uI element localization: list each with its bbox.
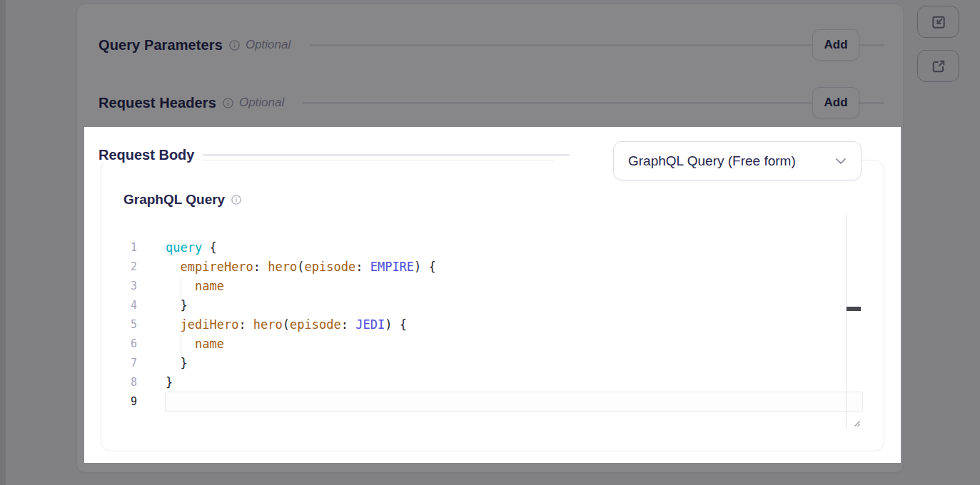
- line-number: 5: [114, 315, 137, 335]
- line-number: 2: [114, 257, 137, 277]
- info-icon[interactable]: [223, 98, 233, 108]
- external-link-icon: [931, 58, 946, 74]
- resource-settings-card: Query Parameters Optional Add Request He…: [76, 4, 904, 473]
- code-line-text: }: [166, 373, 173, 392]
- chevron-down-icon: [835, 158, 847, 165]
- code-line[interactable]: 9: [101, 392, 884, 412]
- line-number: 6: [114, 335, 137, 354]
- code-line[interactable]: 6 name: [101, 335, 884, 354]
- request-body-header: Request Body: [98, 147, 570, 163]
- request-body-type-value: GraphQL Query (Free form): [628, 153, 835, 169]
- info-icon[interactable]: [231, 195, 241, 205]
- graphql-query-label: GraphQL Query: [123, 192, 225, 208]
- graphql-query-panel: GraphQL Query 1query {2 empireHero: hero…: [101, 160, 884, 451]
- line-number: 3: [114, 277, 137, 296]
- line-number: 4: [114, 296, 137, 315]
- graphql-code-editor[interactable]: 1query {2 empireHero: hero(episode: EMPI…: [101, 238, 884, 424]
- code-line-text: query {: [166, 238, 217, 257]
- code-line[interactable]: 4 }: [101, 296, 884, 315]
- info-icon[interactable]: [229, 40, 240, 51]
- code-line-text: }: [166, 354, 188, 373]
- line-number: 9: [114, 392, 137, 412]
- code-line-text: empireHero: hero(episode: EMPIRE) {: [166, 257, 436, 277]
- editor-scrollbar-track: [846, 215, 847, 429]
- request-body-title: Request Body: [98, 147, 203, 163]
- query-parameters-row: Query Parameters Optional Add: [98, 29, 884, 61]
- collapse-editor-button[interactable]: [917, 6, 959, 38]
- code-line[interactable]: 8}: [101, 373, 884, 392]
- code-line[interactable]: 3 name: [101, 277, 884, 296]
- code-line[interactable]: 1query {: [101, 238, 884, 257]
- add-request-header-button[interactable]: Add: [812, 87, 859, 118]
- section-divider: [863, 44, 884, 46]
- optional-badge: Optional: [246, 38, 291, 52]
- line-number: 7: [114, 354, 137, 373]
- code-line-text: name: [166, 335, 224, 354]
- page-edge-strip: [0, 0, 6, 485]
- request-body-type-select[interactable]: GraphQL Query (Free form): [613, 141, 862, 180]
- code-line-text: name: [166, 277, 224, 296]
- code-line-text: jediHero: hero(episode: JEDI) {: [166, 315, 407, 335]
- active-line-highlight: [165, 392, 863, 412]
- collapse-into-icon: [931, 14, 946, 30]
- add-query-parameter-button[interactable]: Add: [812, 29, 859, 61]
- line-number: 1: [114, 238, 137, 257]
- section-divider: [863, 102, 884, 104]
- request-headers-title: Request Headers: [98, 95, 216, 111]
- optional-badge: Optional: [239, 96, 284, 110]
- open-external-button[interactable]: [917, 50, 959, 82]
- editor-scrollbar-thumb[interactable]: [847, 307, 861, 311]
- code-line[interactable]: 2 empireHero: hero(episode: EMPIRE) {: [101, 257, 884, 277]
- code-line[interactable]: 5 jediHero: hero(episode: JEDI) {: [101, 315, 884, 335]
- resize-handle-icon[interactable]: [851, 417, 861, 430]
- code-line[interactable]: 7 }: [101, 354, 884, 373]
- line-number: 8: [114, 373, 137, 392]
- divider-gap: [555, 158, 613, 165]
- request-headers-row: Request Headers Optional Add: [98, 87, 884, 118]
- section-divider: [303, 102, 884, 104]
- section-divider: [309, 44, 884, 46]
- query-parameters-title: Query Parameters: [98, 37, 223, 53]
- code-line-text: }: [166, 296, 188, 315]
- section-divider: [203, 154, 570, 156]
